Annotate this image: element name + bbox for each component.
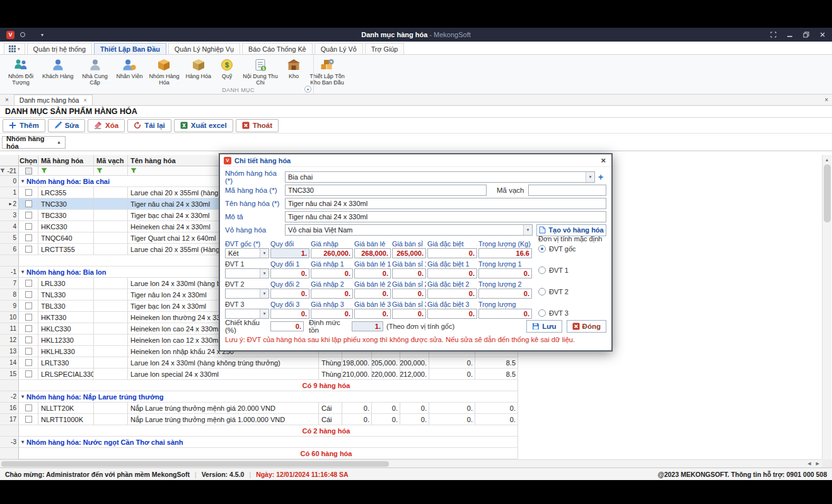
- row-checkbox[interactable]: [25, 336, 32, 343]
- cell-n2[interactable]: 0.: [372, 403, 400, 414]
- default-unit-radio-0[interactable]: ĐVT gốc: [538, 244, 606, 253]
- cell-chon[interactable]: [19, 244, 38, 255]
- cell-chon[interactable]: [19, 198, 38, 210]
- unit2-value-input[interactable]: 0.: [270, 289, 309, 299]
- unit3-combo[interactable]: ▾: [225, 309, 269, 319]
- cell-chon[interactable]: [19, 403, 38, 414]
- cell-code[interactable]: TNQC640: [38, 232, 94, 244]
- cell-chon[interactable]: [19, 335, 38, 346]
- tab-container-management[interactable]: Quản Lý Vỏ: [315, 43, 363, 54]
- cell-unit[interactable]: Cái: [319, 414, 342, 425]
- product-row[interactable]: 14LRLT330Larue lon 24 x 330ml (hàng khôn…: [0, 357, 518, 369]
- product-row[interactable]: 16NLLTT20KNắp Larue trúng thưởng mệnh gi…: [0, 403, 518, 414]
- base-value-input[interactable]: 265,000.: [392, 248, 426, 258]
- fund-button[interactable]: $Quỹ: [213, 57, 241, 80]
- filter-chon[interactable]: [19, 166, 38, 176]
- scroll-left-icon[interactable]: ◀: [807, 461, 811, 466]
- cell-chon[interactable]: [19, 323, 38, 335]
- cell-n1[interactable]: 198,000.: [342, 357, 372, 369]
- header-ma-hang-hoa[interactable]: Mã hàng hóa: [38, 155, 94, 166]
- chevron-down-icon[interactable]: ▾: [260, 249, 269, 258]
- barcode-input[interactable]: [528, 185, 606, 196]
- income-expense-button[interactable]: $Nội Dung Thu Chi: [241, 57, 280, 86]
- cell-chon[interactable]: [19, 301, 38, 312]
- employee-button[interactable]: Nhân Viên: [115, 57, 145, 80]
- base-value-input[interactable]: 0.: [427, 248, 477, 258]
- cell-chon[interactable]: [19, 289, 38, 301]
- scroll-up-icon[interactable]: ▲: [823, 156, 831, 164]
- menu-launcher-button[interactable]: ▾: [4, 43, 25, 54]
- reload-button[interactable]: Tải lại: [127, 119, 171, 132]
- row-checkbox[interactable]: [25, 212, 32, 219]
- product-name-input[interactable]: Tiger nâu chai 24 x 330ml: [285, 198, 606, 209]
- cell-n5[interactable]: 8.5: [475, 369, 518, 380]
- export-excel-button[interactable]: Xuất excel: [174, 119, 233, 132]
- product-row[interactable]: 17NLRTT1000KNắp Larue trúng thưởng mệnh …: [0, 414, 518, 425]
- dialog-titlebar[interactable]: V Chi tiết hàng hóa ×: [220, 154, 611, 167]
- container-combo[interactable]: Vỏ chai bia Việt Nam ▾: [285, 224, 533, 236]
- cell-code[interactable]: LRC355: [38, 187, 94, 198]
- cell-bar[interactable]: [94, 369, 128, 380]
- close-dialog-button[interactable]: Đóng: [567, 320, 606, 333]
- cell-n3[interactable]: 0.: [400, 414, 429, 425]
- tab-initial-setup[interactable]: Thiết Lập Ban Đầu: [94, 43, 166, 54]
- cell-n4[interactable]: 0.: [429, 403, 475, 414]
- add-group-button[interactable]: +: [595, 172, 606, 182]
- cell-bar[interactable]: [94, 187, 128, 198]
- chevron-down-icon[interactable]: ▾: [260, 269, 269, 278]
- cell-bar[interactable]: [94, 289, 128, 301]
- cell-bar[interactable]: [94, 323, 128, 335]
- unit1-value-input[interactable]: 0.: [270, 268, 309, 278]
- collapse-triangle-icon[interactable]: ▾: [21, 439, 24, 445]
- cell-n1[interactable]: 0.: [342, 403, 372, 414]
- cell-bar[interactable]: [94, 198, 128, 210]
- customer-button[interactable]: Khách Hàng: [40, 57, 76, 80]
- description-input[interactable]: Tiger nâu chai 24 x 330ml: [285, 211, 606, 222]
- save-button[interactable]: Lưu: [526, 320, 562, 333]
- header-ma-vach[interactable]: Mã vạch: [94, 155, 128, 166]
- close-all-tabs-icon[interactable]: ×: [4, 96, 10, 103]
- cell-code[interactable]: LRLT330: [38, 357, 94, 369]
- cell-bar[interactable]: [94, 335, 128, 346]
- group-header-row[interactable]: -2▾Nhóm hàng hóa: Nắp Larue trúng thưởng: [0, 391, 518, 403]
- cell-code[interactable]: HKLC330: [38, 323, 94, 335]
- tab-reports[interactable]: Báo Cáo Thống Kê: [242, 43, 313, 54]
- unit3-value-input[interactable]: 0.: [270, 309, 309, 319]
- cell-chon[interactable]: [19, 357, 38, 369]
- unit2-value-input[interactable]: 0.: [354, 289, 391, 299]
- tab-help[interactable]: Trợ Giúp: [365, 43, 405, 54]
- base-unit-combo[interactable]: Két▾: [225, 248, 269, 258]
- row-checkbox[interactable]: [25, 246, 32, 253]
- product-row[interactable]: 15LRLSPECIAL330Larue lon special 24 x 33…: [0, 369, 518, 380]
- stock-norm-input[interactable]: 1.: [352, 321, 383, 331]
- titlebar-dropdown-icon[interactable]: ▾: [41, 32, 43, 38]
- base-value-input[interactable]: 1.: [270, 248, 309, 258]
- quick-access-icon[interactable]: [20, 32, 25, 37]
- cell-name[interactable]: Nắp Larue trúng thưởng mệnh giá 20.000 V…: [128, 403, 319, 414]
- row-checkbox[interactable]: [25, 302, 32, 309]
- unit1-value-input[interactable]: 0.: [392, 268, 426, 278]
- cell-chon[interactable]: [19, 312, 38, 323]
- unit2-value-input[interactable]: 0.: [427, 289, 477, 299]
- vertical-scrollbar[interactable]: ▲ ▼: [822, 155, 831, 467]
- row-checkbox[interactable]: [25, 234, 32, 241]
- cell-code[interactable]: NLLTT20K: [38, 403, 94, 414]
- base-value-input[interactable]: 268,000.: [354, 248, 391, 258]
- cell-n5[interactable]: 0.: [475, 414, 518, 425]
- warehouse-button[interactable]: Kho: [280, 57, 308, 80]
- unit1-value-input[interactable]: 0.: [427, 268, 477, 278]
- cell-n2[interactable]: 0.: [372, 414, 400, 425]
- cell-chon[interactable]: [19, 414, 38, 425]
- unit1-combo[interactable]: ▾: [225, 268, 269, 278]
- cell-chon[interactable]: [19, 232, 38, 244]
- row-checkbox[interactable]: [25, 359, 32, 366]
- add-button[interactable]: Thêm: [3, 119, 45, 132]
- cell-n2[interactable]: 220,000.: [372, 369, 400, 380]
- chevron-down-icon[interactable]: ▾: [260, 309, 269, 318]
- vertical-scroll-thumb[interactable]: [824, 164, 831, 222]
- unit1-value-input[interactable]: 0.: [311, 268, 353, 278]
- chevron-down-icon[interactable]: ▾: [523, 225, 532, 235]
- collapse-triangle-icon[interactable]: ▾: [21, 178, 24, 184]
- cell-bar[interactable]: [94, 301, 128, 312]
- row-checkbox[interactable]: [25, 200, 32, 207]
